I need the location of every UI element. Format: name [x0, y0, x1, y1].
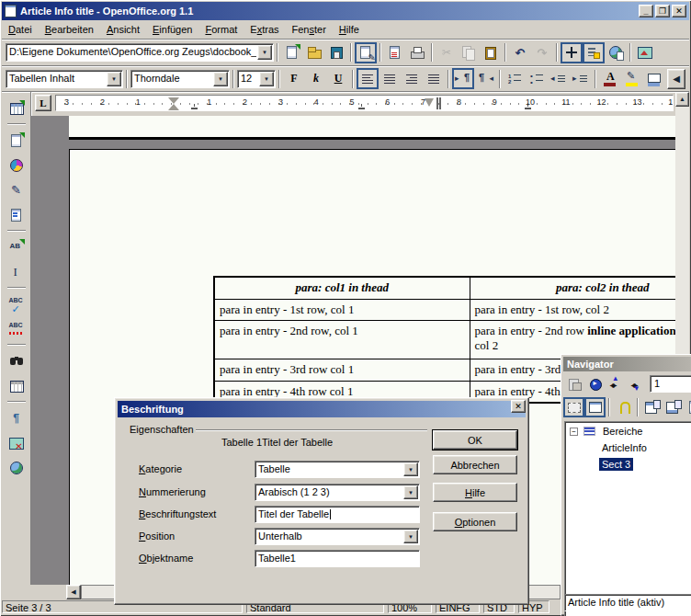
font-name-dropdown-button[interactable]: ▼	[213, 72, 228, 86]
nonprinting-characters-button[interactable]	[5, 406, 28, 429]
find-replace-button[interactable]	[5, 349, 28, 372]
title-bar[interactable]: Article Info title - OpenOffice.org 1.1 …	[2, 2, 689, 20]
bullets-button[interactable]	[526, 68, 548, 89]
menu-einfgen[interactable]: Einfügen	[146, 21, 198, 38]
url-combobox[interactable]: D:\Eigene Dokumente\OpenOffice.org Zeugs…	[6, 43, 274, 62]
navigator-button[interactable]	[561, 42, 583, 63]
scroll-left-button[interactable]: ◀	[66, 585, 81, 599]
tab-stop-marker[interactable]	[191, 107, 198, 109]
save-button[interactable]	[325, 42, 347, 63]
italic-button[interactable]: k	[305, 68, 327, 89]
menu-bearbeiten[interactable]: Bearbeiten	[39, 21, 100, 38]
hyperlink-button[interactable]	[605, 42, 627, 63]
footer-button[interactable]	[663, 397, 684, 417]
ok-button[interactable]: OK	[433, 430, 517, 450]
paragraph-style-dropdown-button[interactable]: ▼	[107, 72, 121, 86]
dialog-title-bar[interactable]: Beschriftung	[118, 401, 526, 417]
tab-stop-marker[interactable]	[525, 107, 531, 109]
highlighting-button[interactable]	[621, 68, 643, 89]
position-combobox[interactable]: Unterhalb▼	[255, 528, 420, 545]
font-name-combobox[interactable]: Thorndale ▼	[130, 70, 230, 88]
menu-fenster[interactable]: Fenster	[286, 21, 333, 38]
toggle-button[interactable]	[563, 374, 584, 394]
tab-type-selector[interactable]: L	[35, 95, 51, 111]
redo-button[interactable]	[531, 42, 553, 63]
font-size-dropdown-button[interactable]: ▼	[259, 72, 274, 86]
menu-extras[interactable]: Extras	[244, 21, 285, 38]
table-header-cell[interactable]: para: col2 in thead	[470, 277, 675, 299]
set-reminder-button[interactable]	[613, 397, 634, 417]
indent-marker[interactable]	[168, 97, 179, 104]
table-header-cell[interactable]: para: col1 in thead	[214, 277, 470, 299]
expand-icon[interactable]: −	[570, 428, 578, 436]
tree-item-articleinfo[interactable]: ArticleInfo	[565, 440, 691, 455]
tree-item-bereiche[interactable]: −Bereiche	[565, 424, 691, 439]
previous-button[interactable]	[606, 374, 627, 394]
dialog-close-button[interactable]: ✕	[511, 400, 526, 413]
autospellcheck-button[interactable]	[5, 317, 28, 340]
table-cell[interactable]: para in entry - 3rd row col 1	[214, 359, 470, 381]
form-functions-button[interactable]	[5, 203, 28, 226]
menu-format[interactable]: Format	[198, 21, 244, 38]
menu-hilfe[interactable]: Hilfe	[333, 21, 366, 38]
header-button[interactable]	[641, 397, 663, 417]
menu-ansicht[interactable]: Ansicht	[100, 21, 146, 38]
print-button[interactable]	[406, 42, 428, 63]
beschriftungstext-input[interactable]: Titel der Tabelle	[255, 506, 420, 523]
navigation-button[interactable]	[584, 374, 606, 394]
background-color-button[interactable]	[643, 68, 665, 89]
insert-fields-button[interactable]	[5, 129, 28, 152]
align-left-button[interactable]	[357, 68, 379, 89]
table-cell[interactable]: para in entry - 1st row, col 1	[214, 299, 470, 320]
navigator-document-field[interactable]: Article Info title (aktiv)	[564, 594, 691, 611]
anchor-text-button[interactable]	[684, 397, 691, 417]
abbrechen-button[interactable]: Abbrechen	[433, 455, 517, 474]
url-dropdown-button[interactable]: ▼	[257, 45, 272, 60]
insert-table-button[interactable]	[5, 97, 28, 120]
tree-item-sect3[interactable]: Sect 3	[565, 457, 691, 472]
content-view-button[interactable]	[584, 397, 606, 417]
right-indent-marker[interactable]	[425, 98, 434, 107]
tab-stop-marker[interactable]	[358, 107, 365, 109]
kategorie-dropdown-button[interactable]: ▼	[403, 462, 418, 476]
margin-marker[interactable]	[436, 97, 441, 109]
decrease-indent-button[interactable]	[548, 68, 570, 89]
new-document-button[interactable]	[281, 42, 303, 63]
edit-file-button[interactable]	[355, 42, 377, 63]
copy-button[interactable]	[458, 42, 480, 63]
font-size-combobox[interactable]: 12 ▼	[237, 70, 276, 88]
stylist-button[interactable]	[583, 42, 605, 63]
data-sources-button[interactable]	[5, 374, 28, 397]
increase-indent-button[interactable]	[570, 68, 592, 89]
export-pdf-button[interactable]	[384, 42, 406, 63]
maximize-button[interactable]: ❐	[655, 5, 670, 17]
spellcheck-button[interactable]	[5, 292, 28, 315]
previous-page-bottom[interactable]	[69, 116, 675, 137]
online-layout-button[interactable]	[5, 456, 28, 479]
insert-object-button[interactable]	[5, 154, 28, 177]
paste-button[interactable]	[480, 42, 502, 63]
optionen-button[interactable]: Optionen	[433, 512, 517, 531]
draw-functions-button[interactable]	[5, 178, 28, 201]
nummerierung-combobox[interactable]: Arabisch (1 2 3)▼	[255, 484, 420, 501]
table-cell[interactable]: para in entry - 2nd row, col 1	[214, 320, 470, 359]
nummerierung-dropdown-button[interactable]: ▼	[403, 485, 418, 499]
previous-toolbar-button[interactable]: ◀	[667, 69, 685, 89]
scroll-up-button[interactable]: ▲	[675, 92, 689, 107]
horizontal-ruler[interactable]: 3211234567891011121314	[55, 95, 674, 111]
numbering-button[interactable]	[504, 68, 526, 89]
minimize-button[interactable]: _	[639, 5, 653, 17]
close-button[interactable]: ✕	[672, 5, 686, 17]
open-button[interactable]	[303, 42, 325, 63]
font-color-button[interactable]	[599, 68, 621, 89]
gallery-button[interactable]	[634, 42, 656, 63]
undo-button[interactable]	[509, 42, 531, 63]
underline-button[interactable]: U	[327, 68, 349, 89]
page-number-spinbox[interactable]: 1	[650, 375, 691, 393]
table-cell[interactable]: para in entry - 2nd row inline applicati…	[470, 320, 675, 359]
table-cell[interactable]: para in entry - 1st row, col 2	[470, 299, 675, 320]
menu-datei[interactable]: Datei	[2, 21, 39, 38]
left-to-right-button[interactable]	[452, 68, 474, 89]
justify-button[interactable]	[423, 68, 445, 89]
right-to-left-button[interactable]	[474, 68, 496, 89]
